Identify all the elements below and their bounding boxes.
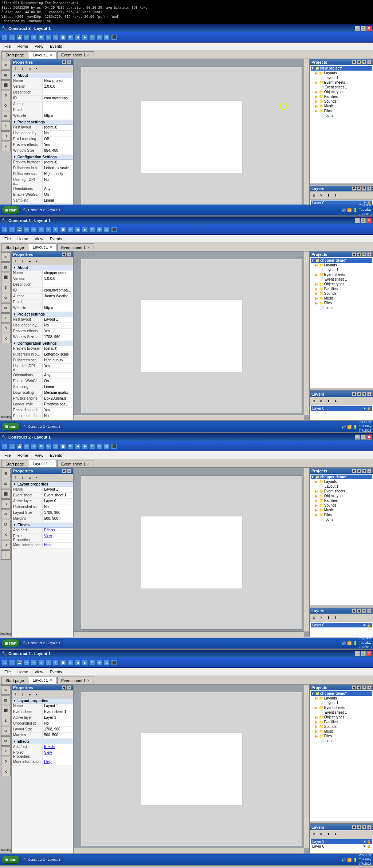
sidebar-icon-5[interactable]: M bbox=[1, 736, 11, 746]
props-tb-btn-3[interactable]: • bbox=[33, 66, 40, 72]
tree-item-layouts[interactable]: ▶ 📁 Layouts bbox=[311, 71, 372, 75]
sidebar-icon-7[interactable]: D bbox=[1, 324, 11, 333]
tree-item-icons[interactable]: 📄 Icons bbox=[311, 113, 372, 118]
props-icon-1[interactable]: ⊕ bbox=[62, 60, 66, 64]
layer-eye-icon-0[interactable]: 👁 bbox=[363, 840, 366, 844]
tree-item-sounds[interactable]: ▶ 📁 Sounds bbox=[311, 503, 372, 508]
tree-item-layout-1[interactable]: 📄 Layout 1 bbox=[311, 75, 372, 80]
sidebar-icon-8[interactable]: K bbox=[1, 142, 11, 151]
toolbar-icon-0[interactable]: □ bbox=[2, 34, 8, 40]
layer-tb-btn-1[interactable]: ✕ bbox=[318, 192, 325, 199]
menu-item-events[interactable]: Events bbox=[47, 669, 65, 675]
sidebar-icon-1[interactable]: ▤ bbox=[1, 70, 11, 80]
toolbar-icon-1[interactable]: ⬚ bbox=[9, 227, 15, 233]
props-icon-1[interactable]: ⊕ bbox=[62, 252, 66, 257]
proj-icon-4[interactable]: × bbox=[367, 685, 372, 690]
tree-item-event-sheets[interactable]: ▶ 📁 Event sheets bbox=[311, 489, 372, 494]
layer-item-layer-0[interactable]: Layer 0 👁 🔓 bbox=[311, 844, 372, 849]
proj-icon-3[interactable]: ✎ bbox=[362, 469, 366, 473]
prop-sub-header-7[interactable]: ▼Project settings bbox=[12, 120, 73, 125]
taskbar-app-button[interactable]: 🔨 Construct 2 - Layout 1 bbox=[20, 423, 63, 430]
toolbar-icon-9[interactable]: ↺ bbox=[67, 34, 73, 40]
sidebar-icon-3[interactable]: S bbox=[1, 91, 11, 100]
layer-tb-btn-2[interactable]: ⬆ bbox=[325, 398, 332, 404]
sidebar-icon-0[interactable]: ⊞ bbox=[1, 252, 11, 262]
toolbar-icon-4[interactable]: ↪ bbox=[31, 443, 37, 449]
menu-item-file[interactable]: File bbox=[1, 669, 14, 675]
close-button[interactable]: ✕ bbox=[366, 435, 372, 440]
layer-tb-btn-2[interactable]: ⬆ bbox=[325, 614, 332, 621]
layer-tb-btn-3[interactable]: ⬇ bbox=[333, 398, 339, 404]
taskbar-app-button[interactable]: 🔨 Construct 2 - Layout 1 bbox=[20, 639, 63, 647]
toolbar-icon-2[interactable]: 💾 bbox=[16, 34, 22, 40]
sidebar-icon-6[interactable]: X bbox=[1, 746, 11, 756]
proj-icon-3[interactable]: ✎ bbox=[362, 685, 366, 690]
horizontal-scrollbar[interactable] bbox=[74, 415, 304, 420]
tree-item-files[interactable]: ▶ 📁 Files bbox=[311, 512, 372, 517]
props-tb-btn-1[interactable]: ⇓ bbox=[19, 475, 26, 481]
menu-item-home[interactable]: Home bbox=[15, 43, 31, 49]
canvas-area[interactable] bbox=[74, 468, 309, 637]
toolbar-icon-5[interactable]: ✕ bbox=[38, 227, 44, 233]
layer-tb-btn-2[interactable]: ⬆ bbox=[325, 831, 332, 837]
tree-item-files[interactable]: ▶ 📁 Files bbox=[311, 734, 372, 738]
menu-item-home[interactable]: Home bbox=[15, 669, 31, 675]
props-tb-btn-3[interactable]: • bbox=[33, 258, 40, 265]
close-button[interactable]: ✕ bbox=[366, 26, 372, 31]
proj-icon-2[interactable]: ⊗ bbox=[357, 685, 361, 690]
tree-item-layout-1[interactable]: 📄 Layout 1 bbox=[311, 484, 372, 489]
sidebar-icon-3[interactable]: S bbox=[1, 499, 11, 509]
sidebar-icon-2[interactable]: ⬛ bbox=[1, 706, 11, 715]
props-icon-1[interactable]: ⊕ bbox=[62, 685, 66, 690]
tree-item-layout-1[interactable]: 📄 Layout 1 bbox=[311, 701, 372, 705]
layer-tb-btn-3[interactable]: ⬇ bbox=[333, 614, 339, 621]
sidebar-icon-1[interactable]: ▤ bbox=[1, 695, 11, 705]
toolbar-icon-15[interactable]: ⬛ bbox=[111, 660, 117, 666]
props-tb-btn-2[interactable]: ◂ bbox=[26, 691, 33, 698]
tree-root[interactable]: ▼📁chopper demo* bbox=[311, 258, 372, 263]
tree-item-families[interactable]: ▶ 📁 Families bbox=[311, 498, 372, 503]
proj-icon-4[interactable]: × bbox=[367, 252, 372, 257]
sidebar-icon-5[interactable]: M bbox=[1, 111, 11, 120]
toolbar-icon-8[interactable]: 📋 bbox=[60, 443, 66, 449]
maximize-button[interactable]: □ bbox=[361, 218, 366, 223]
tree-item-event-sheets[interactable]: ▶ 📁 Event sheets bbox=[311, 705, 372, 710]
menu-item-file[interactable]: File bbox=[1, 43, 14, 49]
props-tb-btn-0[interactable]: ⇑ bbox=[12, 475, 19, 481]
tree-item-files[interactable]: ▶ 📁 Files bbox=[311, 108, 372, 113]
tree-item-music[interactable]: ▶ 📁 Music bbox=[311, 508, 372, 512]
layer-icon-2[interactable]: ⊗ bbox=[357, 609, 361, 613]
tree-item-layouts[interactable]: ▶ 📁 Layouts bbox=[311, 696, 372, 701]
layer-item-layer-3[interactable]: Layer 3 👁 🔓 bbox=[311, 839, 372, 844]
toolbar-icon-7[interactable]: ⎘ bbox=[53, 443, 59, 449]
close-button[interactable]: ✕ bbox=[366, 218, 372, 223]
tree-item-object-types[interactable]: ▶ 📁 Object types bbox=[311, 282, 372, 286]
props-icon-2[interactable]: × bbox=[67, 685, 71, 690]
toolbar-icon-8[interactable]: 📋 bbox=[60, 227, 66, 233]
layer-icon-1[interactable]: ⊕ bbox=[352, 392, 356, 396]
tree-root[interactable]: ▼📁chopper demo* bbox=[311, 691, 372, 696]
tree-item-music[interactable]: ▶ 📁 Music bbox=[311, 296, 372, 301]
layer-icon-3[interactable]: ✎ bbox=[362, 392, 366, 396]
sidebar-icon-2[interactable]: ⬛ bbox=[1, 489, 11, 499]
tree-item-families[interactable]: ▶ 📁 Families bbox=[311, 286, 372, 291]
layer-eye-icon-0[interactable]: 👁 bbox=[363, 623, 366, 627]
toolbar-icon-4[interactable]: ↪ bbox=[31, 660, 37, 666]
toolbar-icon-6[interactable]: ✁ bbox=[46, 443, 51, 449]
toolbar-icon-15[interactable]: ⬛ bbox=[111, 443, 117, 449]
layer-tb-btn-0[interactable]: ⊕ bbox=[311, 614, 317, 621]
tree-item-sounds[interactable]: ▶ 📁 Sounds bbox=[311, 99, 372, 104]
toolbar-icon-10[interactable]: ◀ bbox=[75, 443, 81, 449]
toolbar-icon-0[interactable]: □ bbox=[2, 660, 8, 666]
sidebar-icon-3[interactable]: S bbox=[1, 283, 11, 292]
toolbar-icon-9[interactable]: ↺ bbox=[67, 227, 73, 233]
menu-item-events[interactable]: Events bbox=[47, 452, 65, 458]
sidebar-icon-7[interactable]: D bbox=[1, 540, 11, 550]
prop-section-header[interactable]: ▼ Layout properties bbox=[12, 698, 73, 703]
sidebar-icon-4[interactable]: O bbox=[1, 726, 11, 736]
tab-close-icon[interactable]: ✕ bbox=[87, 246, 90, 249]
toolbar-icon-14[interactable]: ▤ bbox=[104, 227, 110, 233]
sidebar-icon-6[interactable]: X bbox=[1, 530, 11, 539]
toolbar-icon-13[interactable]: ⚙ bbox=[97, 34, 102, 40]
windows-start-button[interactable]: ⊞ start bbox=[1, 206, 20, 214]
